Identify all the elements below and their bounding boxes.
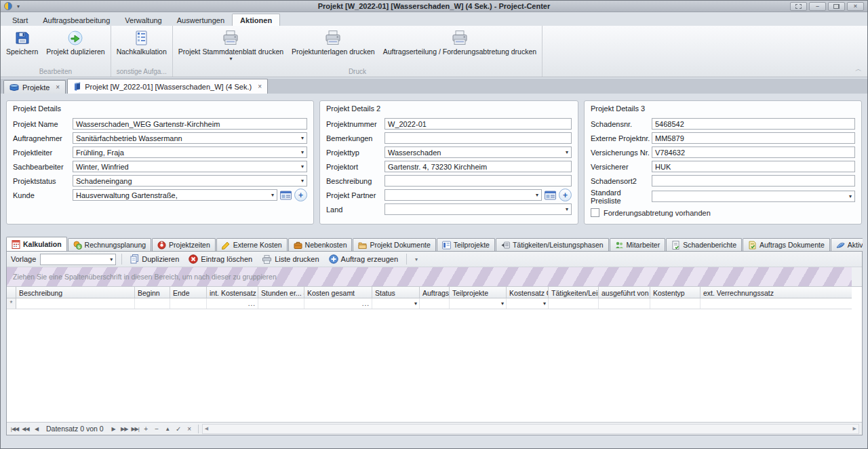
chevron-down-icon[interactable]: ▾ — [846, 193, 852, 199]
close-tab-icon[interactable]: × — [258, 83, 262, 90]
nav-first-button[interactable]: |◀◀ — [9, 426, 20, 432]
nav-append-button[interactable]: + — [141, 425, 151, 433]
chevron-down-icon[interactable]: ▾ — [298, 149, 304, 155]
chevron-down-icon[interactable]: ▾ — [110, 256, 113, 262]
quick-access-dropdown-icon[interactable]: ▾ — [17, 3, 20, 9]
toolbar-overflow-icon[interactable]: ▾ — [412, 256, 420, 262]
tab-mitarbeiter[interactable]: Mitarbeiter — [610, 238, 666, 251]
app-logo-icon[interactable] — [4, 2, 12, 10]
auftragnehmer-select[interactable]: Sanitärfachbetrieb Wassermann▾ — [73, 132, 307, 144]
new-row-cell-kostentyp[interactable] — [650, 298, 701, 309]
chevron-down-icon[interactable]: ▾ — [501, 300, 504, 307]
grid-new-row[interactable]: * ... ... ▾ ▾ ▾ — [7, 298, 852, 309]
land-select[interactable]: ▾ — [384, 203, 572, 215]
doc-tab-projekte[interactable]: Projekte × — [3, 80, 66, 94]
nav-prev-page-button[interactable]: ◀◀ — [20, 426, 31, 432]
tab-auftrags-dokumente[interactable]: Auftrags Dokumente — [743, 238, 830, 251]
nav-delete-button[interactable]: − — [152, 425, 162, 433]
nachkalkulation-button[interactable]: Nachkalkulation — [113, 28, 171, 67]
nav-cancel-button[interactable]: × — [184, 425, 195, 433]
projektort-input[interactable]: Gartenstr. 4, 73230 Kirchheim — [384, 161, 572, 172]
bemerkungen-input[interactable] — [384, 132, 572, 144]
projektstatus-select[interactable]: Schadeneingang▾ — [73, 175, 307, 187]
forderungsabtretung-checkbox[interactable] — [591, 208, 599, 217]
new-row-cell-status[interactable]: ▾ — [372, 298, 420, 309]
add-kunde-button[interactable]: + — [294, 189, 307, 201]
column-header-ende[interactable]: Ende — [170, 287, 207, 298]
versicherer-input[interactable]: HUK — [652, 161, 855, 172]
chevron-down-icon[interactable]: ▾ — [563, 206, 568, 212]
group-by-panel[interactable]: Ziehen Sie eine Spaltenüberschrift in di… — [7, 267, 862, 287]
tab-nebenkosten[interactable]: Nebenkosten — [288, 238, 353, 251]
new-row-cell-ende[interactable] — [170, 298, 207, 309]
chevron-down-icon[interactable]: ▾ — [269, 192, 274, 198]
minimize-button[interactable]: – — [809, 2, 826, 11]
chevron-down-icon[interactable]: ▾ — [414, 300, 417, 307]
new-row-cell-auftragss[interactable] — [420, 298, 450, 309]
print-projektunterlagen-button[interactable]: Projektunterlagen drucken — [288, 28, 379, 67]
standard-preisliste-select[interactable]: ▾ — [652, 191, 855, 202]
vorlage-select[interactable]: ▾ — [40, 254, 116, 265]
ribbon-tab-auftragsbearbeitung[interactable]: Auftragsbearbeitung — [35, 14, 117, 26]
schadensort2-input[interactable] — [652, 175, 855, 187]
print-auftragserteilung-button[interactable]: Auftragserteilung / Forderungsabtretung … — [379, 28, 540, 67]
projekttyp-select[interactable]: Wasserschaden▾ — [384, 147, 572, 158]
scroll-left-icon[interactable]: ◀ — [205, 426, 208, 431]
column-header-kostensatz-grup[interactable]: Kostensatz Grup... — [507, 287, 549, 298]
tab-taetigkeiten[interactable]: Tätigkeiten/Leistungsphasen — [496, 238, 609, 251]
new-row-cell-kosten-gesamt[interactable]: ... — [304, 298, 372, 309]
new-row-cell-ausgefuehrt-von[interactable] — [599, 298, 650, 309]
new-row-cell-taetigkeiten[interactable] — [549, 298, 599, 309]
nav-last-button[interactable]: ▶▶| — [130, 426, 140, 432]
ribbon-collapse-icon[interactable]: ︿ — [855, 64, 862, 74]
close-button[interactable]: × — [847, 2, 864, 11]
nav-endedit-button[interactable]: ✓ — [174, 425, 184, 433]
column-header-int-kostensatz[interactable]: int. Kostensatz — [207, 287, 258, 298]
grid-body-empty[interactable] — [7, 309, 862, 422]
column-header-stunden[interactable]: Stunden er...▲ — [258, 287, 304, 298]
chevron-down-icon[interactable]: ▾ — [298, 163, 304, 170]
nav-next-button[interactable]: ▶ — [108, 426, 119, 432]
column-header-auftragss[interactable]: Auftragss... — [420, 287, 450, 298]
tab-aktivitaeten[interactable]: Aktivitäten — [831, 238, 863, 251]
new-row-cell-beschreibung[interactable] — [16, 298, 135, 309]
tab-kalkulation[interactable]: Kalkulation — [6, 237, 67, 251]
column-header-beschreibung[interactable]: Beschreibung — [16, 287, 135, 298]
nav-next-page-button[interactable]: ▶▶ — [119, 426, 130, 432]
new-row-cell-ext-verrechnungssatz[interactable] — [701, 298, 852, 309]
fullscreen-button[interactable] — [790, 2, 807, 11]
kunde-select[interactable]: Hausverwaltung Gartenstraße,▾ — [73, 189, 277, 201]
column-header-beginn[interactable]: Beginn — [135, 287, 170, 298]
duplizieren-button[interactable]: Duplizieren — [127, 254, 182, 265]
scroll-right-icon[interactable]: ▶ — [853, 426, 856, 431]
eintrag-loeschen-button[interactable]: Eintrag löschen — [186, 254, 255, 265]
chevron-down-icon[interactable]: ▾ — [563, 149, 568, 155]
tab-schadenberichte[interactable]: Schadenberichte — [666, 238, 742, 251]
ribbon-tab-verwaltung[interactable]: Verwaltung — [117, 14, 169, 26]
projektleiter-select[interactable]: Frühling, Fraja▾ — [73, 147, 307, 158]
tab-teilprojekte[interactable]: Teilprojekte — [437, 238, 495, 251]
versicherungs-nr-input[interactable]: V784632 — [652, 147, 855, 158]
ribbon-tab-aktionen[interactable]: Aktionen — [232, 14, 280, 26]
duplicate-project-button[interactable]: Projekt duplizieren — [42, 28, 108, 67]
tab-projektzeiten[interactable]: Projektzeiten — [152, 238, 216, 251]
restore-button[interactable] — [828, 2, 845, 11]
nav-prev-button[interactable]: ◀ — [31, 426, 41, 432]
tab-rechnungsplanung[interactable]: $ Rechnungsplanung — [68, 238, 152, 251]
column-header-ausgefuehrt-von[interactable]: ausgeführt von — [599, 287, 650, 298]
chevron-down-icon[interactable]: ▾ — [543, 300, 546, 307]
sachbearbeiter-select[interactable]: Winter, Winfried▾ — [73, 161, 307, 172]
auftrag-erzeugen-button[interactable]: Auftrag erzeugen — [326, 254, 401, 265]
externe-projektnr-input[interactable]: MM5879 — [652, 132, 855, 144]
new-row-cell-stunden[interactable] — [258, 298, 304, 309]
ellipsis-editor-icon[interactable]: ... — [362, 301, 370, 307]
doc-tab-projekt-detail[interactable]: Projekt [W_2022-01] [Wasserschaden_W] (4… — [67, 79, 268, 94]
tab-projekt-dokumente[interactable]: Projekt Dokumente — [353, 238, 435, 251]
new-row-cell-beginn[interactable] — [135, 298, 170, 309]
nav-edit-button[interactable]: ▲ — [163, 426, 173, 432]
print-stammdatenblatt-dropdown-icon[interactable]: ▾ — [229, 56, 232, 62]
column-header-taetigkeiten[interactable]: Tätigkeiten/Leistung... — [549, 287, 599, 298]
new-row-cell-teilprojekte[interactable]: ▾ — [450, 298, 507, 309]
print-stammdatenblatt-button[interactable]: Projekt Stammdatenblatt drucken ▾ — [174, 28, 288, 67]
projekt-name-input[interactable]: Wasserschaden_WEG Gartenstr-Kirchheim — [73, 118, 307, 130]
